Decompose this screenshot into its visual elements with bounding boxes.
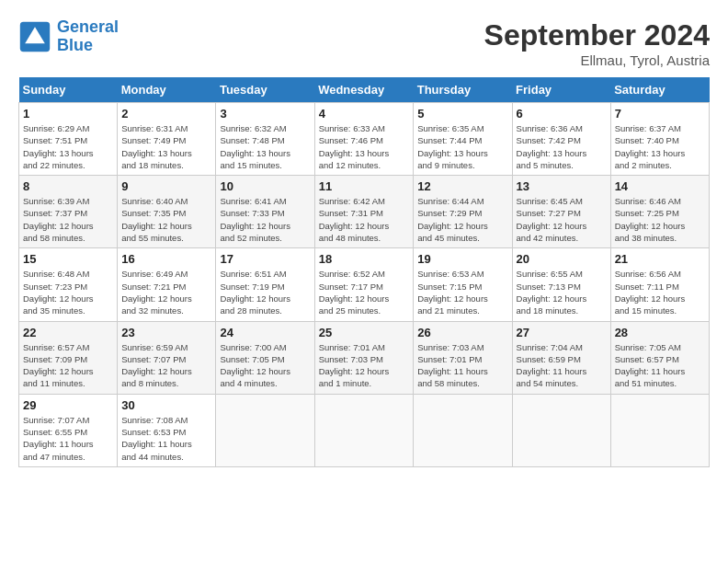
week-row-5: 29Sunrise: 7:07 AM Sunset: 6:55 PM Dayli…: [19, 394, 710, 466]
col-monday: Monday: [118, 77, 216, 103]
table-cell: 19Sunrise: 6:53 AM Sunset: 7:15 PM Dayli…: [414, 248, 512, 321]
day-detail: Sunrise: 6:49 AM Sunset: 7:21 PM Dayligh…: [121, 268, 211, 316]
header-row: Sunday Monday Tuesday Wednesday Thursday…: [19, 77, 710, 103]
table-cell: 16Sunrise: 6:49 AM Sunset: 7:21 PM Dayli…: [118, 248, 216, 321]
month-title: September 2024: [484, 18, 710, 52]
table-cell: 26Sunrise: 7:03 AM Sunset: 7:01 PM Dayli…: [414, 321, 512, 394]
table-cell: 12Sunrise: 6:44 AM Sunset: 7:29 PM Dayli…: [414, 176, 512, 248]
table-cell: 18Sunrise: 6:52 AM Sunset: 7:17 PM Dayli…: [314, 248, 414, 321]
table-cell: 13Sunrise: 6:45 AM Sunset: 7:27 PM Dayli…: [512, 176, 610, 248]
day-detail: Sunrise: 6:45 AM Sunset: 7:27 PM Dayligh…: [517, 195, 607, 244]
day-number: 26: [417, 326, 507, 339]
day-detail: Sunrise: 6:59 AM Sunset: 7:07 PM Dayligh…: [121, 341, 211, 390]
day-number: 15: [23, 252, 113, 266]
col-thursday: Thursday: [414, 77, 512, 103]
day-detail: Sunrise: 6:41 AM Sunset: 7:33 PM Dayligh…: [220, 195, 310, 244]
week-row-1: 1Sunrise: 6:29 AM Sunset: 7:51 PM Daylig…: [19, 103, 710, 176]
day-number: 18: [319, 252, 410, 266]
day-detail: Sunrise: 6:37 AM Sunset: 7:40 PM Dayligh…: [615, 122, 705, 171]
day-detail: Sunrise: 6:35 AM Sunset: 7:44 PM Dayligh…: [417, 122, 507, 171]
day-number: 2: [121, 107, 211, 121]
day-detail: Sunrise: 6:56 AM Sunset: 7:11 PM Dayligh…: [615, 268, 705, 316]
day-number: 1: [23, 107, 113, 121]
table-cell: [512, 394, 610, 466]
logo-line1: General: [57, 17, 119, 36]
col-sunday: Sunday: [19, 77, 118, 103]
table-cell: 28Sunrise: 7:05 AM Sunset: 6:57 PM Dayli…: [610, 321, 709, 394]
week-row-2: 8Sunrise: 6:39 AM Sunset: 7:37 PM Daylig…: [19, 176, 710, 248]
day-number: 9: [121, 179, 211, 193]
day-number: 22: [23, 326, 113, 339]
table-cell: 7Sunrise: 6:37 AM Sunset: 7:40 PM Daylig…: [610, 103, 709, 176]
day-detail: Sunrise: 6:55 AM Sunset: 7:13 PM Dayligh…: [517, 268, 607, 316]
day-number: 23: [121, 326, 211, 339]
day-number: 14: [615, 179, 705, 193]
day-detail: Sunrise: 6:36 AM Sunset: 7:42 PM Dayligh…: [517, 122, 607, 171]
table-cell: [414, 394, 512, 466]
logo-icon: [18, 20, 51, 53]
logo-text: General Blue: [57, 18, 119, 55]
col-wednesday: Wednesday: [314, 77, 414, 103]
day-detail: Sunrise: 6:40 AM Sunset: 7:35 PM Dayligh…: [121, 195, 211, 244]
day-detail: Sunrise: 6:52 AM Sunset: 7:17 PM Dayligh…: [319, 268, 410, 316]
day-detail: Sunrise: 6:53 AM Sunset: 7:15 PM Dayligh…: [417, 268, 507, 316]
logo-line2: Blue: [57, 36, 93, 54]
day-number: 29: [23, 398, 113, 412]
day-detail: Sunrise: 7:01 AM Sunset: 7:03 PM Dayligh…: [319, 341, 410, 390]
day-detail: Sunrise: 7:07 AM Sunset: 6:55 PM Dayligh…: [23, 414, 113, 463]
day-detail: Sunrise: 6:39 AM Sunset: 7:37 PM Dayligh…: [23, 195, 113, 244]
table-cell: 8Sunrise: 6:39 AM Sunset: 7:37 PM Daylig…: [19, 176, 118, 248]
location-title: Ellmau, Tyrol, Austria: [484, 52, 710, 68]
day-detail: Sunrise: 7:04 AM Sunset: 6:59 PM Dayligh…: [517, 341, 607, 390]
week-row-3: 15Sunrise: 6:48 AM Sunset: 7:23 PM Dayli…: [19, 248, 710, 321]
col-tuesday: Tuesday: [216, 77, 314, 103]
day-detail: Sunrise: 7:03 AM Sunset: 7:01 PM Dayligh…: [417, 341, 507, 390]
col-saturday: Saturday: [610, 77, 709, 103]
day-number: 4: [319, 107, 410, 121]
day-number: 19: [417, 252, 507, 266]
table-cell: 25Sunrise: 7:01 AM Sunset: 7:03 PM Dayli…: [314, 321, 414, 394]
day-number: 5: [417, 107, 507, 121]
day-number: 13: [517, 179, 607, 193]
day-detail: Sunrise: 6:51 AM Sunset: 7:19 PM Dayligh…: [220, 268, 310, 316]
day-number: 6: [517, 107, 607, 121]
day-number: 17: [220, 252, 310, 266]
day-detail: Sunrise: 6:42 AM Sunset: 7:31 PM Dayligh…: [319, 195, 410, 244]
table-cell: [216, 394, 314, 466]
table-cell: 4Sunrise: 6:33 AM Sunset: 7:46 PM Daylig…: [314, 103, 414, 176]
day-number: 30: [121, 398, 211, 412]
day-number: 8: [23, 179, 113, 193]
table-cell: 30Sunrise: 7:08 AM Sunset: 6:53 PM Dayli…: [118, 394, 216, 466]
table-cell: 20Sunrise: 6:55 AM Sunset: 7:13 PM Dayli…: [512, 248, 610, 321]
table-cell: 27Sunrise: 7:04 AM Sunset: 6:59 PM Dayli…: [512, 321, 610, 394]
day-detail: Sunrise: 6:48 AM Sunset: 7:23 PM Dayligh…: [23, 268, 113, 316]
day-number: 3: [220, 107, 310, 121]
day-number: 25: [319, 326, 410, 339]
table-cell: 6Sunrise: 6:36 AM Sunset: 7:42 PM Daylig…: [512, 103, 610, 176]
table-cell: 11Sunrise: 6:42 AM Sunset: 7:31 PM Dayli…: [314, 176, 414, 248]
day-detail: Sunrise: 6:29 AM Sunset: 7:51 PM Dayligh…: [23, 122, 113, 171]
table-cell: 14Sunrise: 6:46 AM Sunset: 7:25 PM Dayli…: [610, 176, 709, 248]
day-detail: Sunrise: 6:44 AM Sunset: 7:29 PM Dayligh…: [417, 195, 507, 244]
day-detail: Sunrise: 6:33 AM Sunset: 7:46 PM Dayligh…: [319, 122, 410, 171]
day-number: 24: [220, 326, 310, 339]
day-detail: Sunrise: 7:05 AM Sunset: 6:57 PM Dayligh…: [615, 341, 705, 390]
table-cell: 9Sunrise: 6:40 AM Sunset: 7:35 PM Daylig…: [118, 176, 216, 248]
day-number: 20: [517, 252, 607, 266]
table-cell: 10Sunrise: 6:41 AM Sunset: 7:33 PM Dayli…: [216, 176, 314, 248]
table-cell: 24Sunrise: 7:00 AM Sunset: 7:05 PM Dayli…: [216, 321, 314, 394]
table-cell: 29Sunrise: 7:07 AM Sunset: 6:55 PM Dayli…: [19, 394, 118, 466]
day-detail: Sunrise: 7:00 AM Sunset: 7:05 PM Dayligh…: [220, 341, 310, 390]
calendar-table: Sunday Monday Tuesday Wednesday Thursday…: [18, 77, 710, 467]
day-detail: Sunrise: 7:08 AM Sunset: 6:53 PM Dayligh…: [121, 414, 211, 463]
day-number: 7: [615, 107, 705, 121]
day-number: 10: [220, 179, 310, 193]
day-detail: Sunrise: 6:57 AM Sunset: 7:09 PM Dayligh…: [23, 341, 113, 390]
day-detail: Sunrise: 6:32 AM Sunset: 7:48 PM Dayligh…: [220, 122, 310, 171]
day-detail: Sunrise: 6:46 AM Sunset: 7:25 PM Dayligh…: [615, 195, 705, 244]
col-friday: Friday: [512, 77, 610, 103]
table-cell: 5Sunrise: 6:35 AM Sunset: 7:44 PM Daylig…: [414, 103, 512, 176]
table-cell: 2Sunrise: 6:31 AM Sunset: 7:49 PM Daylig…: [118, 103, 216, 176]
table-cell: [610, 394, 709, 466]
table-cell: [314, 394, 414, 466]
